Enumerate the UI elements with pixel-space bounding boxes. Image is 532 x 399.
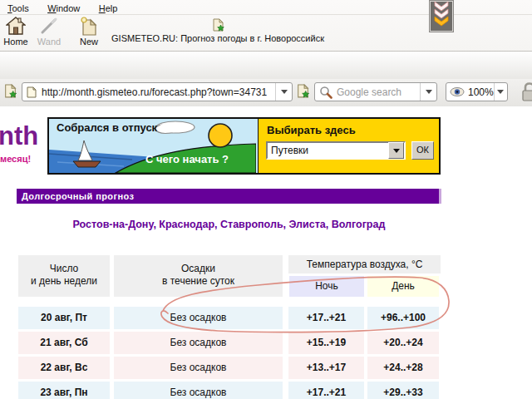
- download-chevrons-icon: [433, 2, 450, 31]
- browser-chrome: Tools Window Help: [0, 0, 532, 106]
- search-icon: [319, 86, 332, 99]
- wand-icon: [35, 17, 63, 37]
- home-button-label: Home: [2, 37, 30, 47]
- cities-links[interactable]: Ростов-на-Дону, Краснодар, Ставрополь, Э…: [17, 219, 441, 230]
- cell-precip: Без осадков: [114, 307, 283, 329]
- cell-day-temp: +20..+24: [367, 332, 439, 354]
- column-header-night: Ночь: [289, 276, 364, 297]
- tours-select[interactable]: Путевки: [266, 141, 406, 160]
- gismeteo-bookmark-button[interactable]: GISMETEO.RU: Прогноз погоды в г. Новорос…: [106, 18, 329, 43]
- bookmark-page-star-icon: [211, 18, 224, 33]
- tours-select-value: Путевки: [268, 145, 308, 156]
- cell-night-temp: +17..+21: [288, 307, 364, 329]
- chevron-down-icon: [393, 149, 400, 153]
- menu-help[interactable]: Help: [91, 2, 126, 13]
- wand-button-label: Wand: [35, 37, 63, 47]
- ad-banner[interactable]: Собрался в отпуск С чего начать ? Выбира…: [47, 117, 441, 175]
- column-header-precip: Осадки в течение суток: [114, 255, 283, 297]
- url-field[interactable]: http://month.gismeteo.ru/forecast.php?to…: [22, 82, 293, 101]
- new-button[interactable]: New: [75, 17, 103, 47]
- cell-night-temp: +15..+19: [288, 332, 364, 354]
- banner-question: С чего начать ?: [145, 153, 229, 165]
- column-header-date: Число и день недели: [18, 255, 110, 297]
- new-page-icon: [75, 17, 103, 37]
- home-button[interactable]: Home: [2, 17, 30, 47]
- downloads-indicator[interactable]: [430, 1, 453, 32]
- address-bar: http://month.gismeteo.ru/forecast.php?to…: [0, 79, 532, 106]
- table-row: 22 авг, Вс Без осадков +13..+17 +24..+28: [18, 357, 441, 379]
- menu-tools[interactable]: Tools: [0, 2, 37, 13]
- header-precip-line1: Осадки: [114, 263, 283, 275]
- cell-date: 22 авг, Вс: [18, 357, 110, 379]
- bookmark-page-star-icon[interactable]: [3, 84, 17, 102]
- cell-day-temp: +29..+33: [367, 382, 439, 399]
- header-precip-line2: в течение суток: [114, 275, 283, 288]
- ok-button[interactable]: ОК: [411, 141, 434, 160]
- chevron-down-icon: [497, 90, 504, 94]
- url-dropdown-button[interactable]: [275, 83, 292, 101]
- cell-day-temp: +96..+100: [367, 307, 439, 329]
- section-title: Долгосрочный прогноз: [17, 189, 439, 201]
- cell-precip: Без осадков: [114, 357, 283, 379]
- zoom-dropdown-button[interactable]: [494, 83, 507, 101]
- gismeteo-bookmark-label: GISMETEO.RU: Прогноз погоды в г. Новорос…: [111, 33, 324, 43]
- ad-banner-form: Выбирать здесь Путевки ОК: [259, 119, 439, 173]
- search-field[interactable]: Google search: [314, 82, 437, 101]
- site-logo-tagline: месяц!: [0, 154, 31, 164]
- add-bookmark-icon[interactable]: [296, 84, 310, 102]
- section-header: Долгосрочный прогноз: [17, 189, 441, 204]
- header-date-line1: Число: [18, 263, 110, 275]
- chevron-down-icon: [426, 90, 432, 94]
- ad-banner-scene: Собрался в отпуск С чего начать ?: [49, 119, 259, 173]
- table-row: 23 авг, Пн Без осадков +17..+21 +29..+33: [18, 382, 441, 399]
- menu-window[interactable]: Window: [40, 2, 87, 13]
- chevron-down-icon: [281, 90, 288, 94]
- cell-precip: Без осадков: [114, 332, 283, 354]
- cell-date: 21 авг, Сб: [18, 332, 110, 354]
- table-row: 21 авг, Сб Без осадков +15..+19 +20..+24: [18, 332, 441, 354]
- page-content: nth месяц! Собрался в отпуск С чего нач: [0, 106, 532, 399]
- forecast-table: Число и день недели Осадки в течение сут…: [18, 255, 441, 399]
- table-row: 20 авг, Пт Без осадков +17..+21 +96..+10…: [18, 307, 441, 329]
- search-placeholder: Google search: [337, 86, 401, 98]
- column-header-day: День: [367, 276, 439, 297]
- lock-icon: [520, 82, 532, 106]
- banner-headline: Собрался в отпуск: [57, 121, 157, 134]
- cell-night-temp: +17..+21: [288, 382, 364, 399]
- tab-bar: . GISMETEO.Месяц - Долго...: [0, 52, 532, 79]
- browser-window: Tools Window Help: [0, 0, 532, 399]
- new-button-label: New: [75, 37, 103, 47]
- search-dropdown-button[interactable]: [420, 83, 436, 101]
- banner-choose-label: Выбирать здесь: [267, 124, 356, 136]
- select-dropdown-button[interactable]: [388, 142, 404, 159]
- url-text: http://month.gismeteo.ru/forecast.php?to…: [42, 86, 267, 98]
- wand-button[interactable]: Wand: [35, 17, 63, 47]
- cell-night-temp: +13..+17: [288, 357, 364, 379]
- eye-icon: [450, 86, 465, 97]
- cell-precip: Без осадков: [114, 382, 283, 399]
- cell-date: 20 авг, Пт: [18, 307, 110, 329]
- cell-date: 23 авг, Пн: [18, 382, 110, 399]
- url-page-icon: [27, 86, 37, 98]
- header-date-line2: и день недели: [18, 275, 110, 288]
- site-logo[interactable]: nth: [0, 121, 38, 151]
- zoom-level: 100%: [468, 86, 494, 98]
- cell-day-temp: +24..+28: [367, 357, 439, 379]
- home-icon: [2, 17, 30, 37]
- column-header-temperature: Температура воздуха, °C: [288, 255, 441, 273]
- zoom-control[interactable]: 100%: [446, 82, 508, 101]
